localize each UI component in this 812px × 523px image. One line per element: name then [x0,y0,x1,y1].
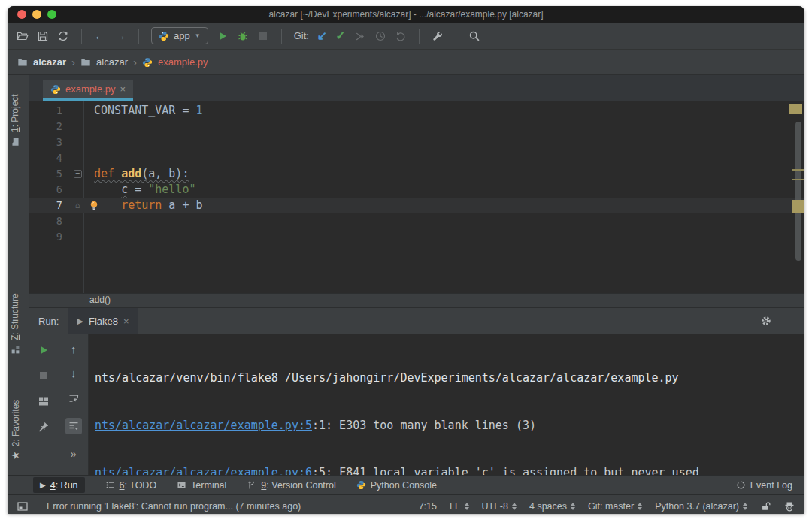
line-number[interactable]: 5 [29,166,67,182]
zoom-window-button[interactable] [47,10,56,19]
folder-icon [17,57,28,68]
updown-icon [465,503,469,510]
caret-position[interactable]: 7:15 [419,501,437,512]
prev-message-icon[interactable]: ↑ [71,344,77,355]
breadcrumb-file[interactable]: example.py [158,56,208,68]
code-editor[interactable]: 1CONSTANT_VAR = 1 2 3 4 5−def add(a, b):… [29,101,804,293]
cherry-pick-icon[interactable] [354,30,366,42]
chevron-down-icon: ▼ [195,32,201,39]
indent-select[interactable]: 4 spaces [529,501,575,512]
close-icon[interactable]: × [123,316,129,327]
code-text: c = "hello" [88,182,195,198]
warning-stripe-mark[interactable] [792,179,804,180]
line-number[interactable]: 2 [29,119,67,135]
forward-icon[interactable]: → [114,30,126,42]
history-icon[interactable] [374,30,386,42]
toolwindow-todo[interactable]: 6: TODO [105,477,157,493]
sidebar-item-structure[interactable]: Z: Structure [10,293,20,355]
line-number[interactable]: 9 [29,229,67,245]
toggle-tool-windows-icon[interactable] [17,500,29,512]
sync-icon[interactable] [57,30,69,42]
git-branch-select[interactable]: Git: master [588,501,642,512]
toolwindow-version-control[interactable]: 9: Version Control [247,477,335,493]
wrench-icon[interactable] [432,30,444,42]
minimize-window-button[interactable] [32,10,41,19]
next-message-icon[interactable]: ↓ [71,368,77,379]
gear-icon[interactable] [760,315,772,327]
line-number[interactable]: 6 [29,182,67,198]
updown-icon [743,503,747,510]
chevron-right-icon: › [71,56,75,68]
restore-layout-icon[interactable] [38,395,50,407]
hide-panel-icon[interactable]: — [784,317,795,325]
editor-scrollbar[interactable] [795,122,801,261]
breadcrumb-project[interactable]: alcazar [33,56,66,68]
stop-button[interactable] [257,30,269,42]
code-line[interactable]: 3 [29,135,804,150]
python-file-icon [50,84,61,95]
inspector-hector-icon[interactable] [783,500,795,512]
file-link[interactable]: nts/alcazar/alcazar/example.py:5 [95,419,312,432]
python-icon [356,480,366,490]
code-line[interactable]: 1CONSTANT_VAR = 1 [29,103,804,119]
fold-collapse-icon[interactable]: − [74,170,82,178]
lock-open-icon[interactable] [760,501,771,512]
scroll-to-end-toggle[interactable] [65,418,82,434]
line-number[interactable]: 4 [29,150,67,166]
code-line[interactable]: 4 [29,150,804,166]
line-number[interactable]: 8 [29,213,67,229]
breadcrumb-package[interactable]: alcazar [96,56,128,68]
run-console-toolbar: ↑ ↓ » [29,334,89,475]
interpreter-select[interactable]: Python 3.7 (alcazar) [655,501,747,512]
code-line[interactable]: 2 [29,119,804,135]
main-toolbar: ← → app ▼ Git: ↙ ✓ [8,23,804,50]
run-panel-label: Run: [38,316,59,327]
file-link[interactable]: nts/alcazar/alcazar/example.py:6 [95,466,312,475]
open-folder-icon[interactable] [17,30,29,42]
close-icon[interactable]: × [120,83,126,95]
inspection-status-indicator[interactable] [789,104,802,114]
toolwindow-run[interactable]: ▶ 4: Run [33,477,85,493]
save-all-icon[interactable] [37,30,49,42]
warning-stripe-mark[interactable] [792,169,804,171]
line-number[interactable]: 7 [29,198,67,213]
warning-stripe-mark[interactable] [792,200,804,213]
more-actions-icon[interactable]: » [71,448,77,460]
toolwindow-event-log[interactable]: Event Log [736,477,792,493]
fold-end-icon[interactable]: ⌂ [67,198,88,213]
search-everywhere-icon[interactable] [468,30,480,42]
stop-process-button[interactable] [38,370,50,382]
code-line[interactable]: 9 [29,229,804,245]
pin-tab-icon[interactable] [38,421,50,433]
tab-example-py[interactable]: example.py × [43,80,133,101]
toolwindow-terminal[interactable]: Terminal [177,477,226,493]
run-configuration-select[interactable]: app ▼ [151,27,208,44]
sidebar-item-favorites[interactable]: ★ 2: Favorites [10,400,21,460]
run-tab-flake8[interactable]: ▶ Flake8 × [68,308,138,334]
editor-context-breadcrumb[interactable]: add() [29,293,804,308]
toolwindow-python-console[interactable]: Python Console [356,477,437,493]
back-icon[interactable]: ← [94,30,106,42]
code-line[interactable]: 8 [29,213,804,229]
status-bar: Error running 'Flake8': Cannot run progr… [8,494,804,514]
close-window-button[interactable] [17,10,26,19]
update-project-icon[interactable]: ↙ [317,30,327,42]
rerun-button[interactable] [38,344,50,356]
code-line-current[interactable]: 7⌂ return a + b [29,198,804,213]
status-message[interactable]: Error running 'Flake8': Cannot run progr… [47,501,301,512]
encoding-select[interactable]: UTF-8 [482,501,517,512]
soft-wrap-icon[interactable] [68,392,80,404]
rollback-icon[interactable] [395,30,407,42]
code-line[interactable]: 6 c = "hello" [29,182,804,198]
line-number[interactable]: 3 [29,135,67,150]
project-folder-icon [11,137,20,147]
commit-icon[interactable]: ✓ [335,30,345,42]
console-output[interactable]: nts/alcazar/venv/bin/flake8 /Users/jahon… [89,334,804,475]
line-ending-select[interactable]: LF [450,501,469,512]
debug-button[interactable] [237,30,249,42]
sidebar-item-project[interactable]: 1: Project [10,94,20,147]
code-line[interactable]: 5−def add(a, b): [29,166,804,182]
run-button[interactable] [217,30,229,42]
lightbulb-intention-icon[interactable] [88,200,100,212]
line-number[interactable]: 1 [29,103,67,119]
